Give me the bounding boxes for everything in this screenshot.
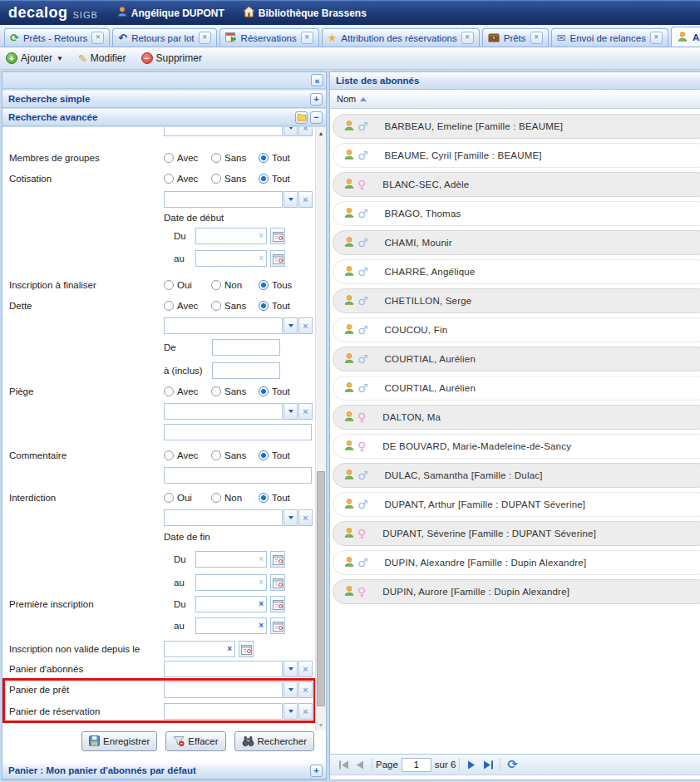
basket-bar[interactable]: Panier : Mon panier d'abonnés par défaut… (2, 762, 326, 780)
combo-clear-button[interactable]: × (298, 317, 313, 334)
amount-input[interactable] (212, 339, 280, 356)
tab-pr-ts[interactable]: Prêts✕ (482, 28, 549, 47)
first-page-button[interactable] (335, 756, 352, 773)
tab-r-servations[interactable]: Réservations✕ (219, 28, 319, 47)
combo-dropdown-button[interactable] (283, 127, 298, 136)
radio-non[interactable]: Non (211, 493, 259, 503)
combo-dropdown-button[interactable] (283, 191, 298, 208)
list-item[interactable]: ♀DE BOUVARD, Marie-Madeleine-de-Sancy (333, 434, 700, 459)
previous-page-button[interactable] (352, 756, 368, 773)
scrollbar-thumb[interactable] (317, 471, 325, 706)
combo-dropdown-button[interactable] (283, 681, 298, 698)
current-library[interactable]: Bibliothèque Brassens (243, 6, 367, 20)
date-input[interactable]: × (195, 596, 267, 612)
tab-abonn-s[interactable]: Abonnés✕ (671, 27, 700, 47)
clear-button[interactable]: Effacer (165, 731, 225, 751)
list-item[interactable]: ♂DUPANT, Arthur [Famille : DUPANT Séveri… (333, 492, 700, 517)
add-button[interactable]: + Ajouter ▼ (6, 52, 63, 64)
radio-avec[interactable]: Avec (164, 153, 211, 163)
list-item[interactable]: ♂COURTIAL, Aurélien (333, 347, 700, 371)
tab-close-button[interactable]: ✕ (650, 32, 663, 44)
collapse-advanced-search-button[interactable]: − (310, 111, 323, 124)
radio-tout[interactable]: Tout (259, 301, 306, 311)
tab-close-button[interactable]: ✕ (199, 32, 211, 44)
radio-sans[interactable]: Sans (211, 386, 259, 396)
combo-clear-button[interactable]: × (298, 703, 313, 720)
radio-sans[interactable]: Sans (211, 450, 259, 460)
combo-input[interactable] (164, 127, 283, 136)
collapse-panel-button[interactable]: « (311, 74, 323, 86)
calendar-button[interactable] (270, 228, 285, 244)
combo-dropdown-button[interactable] (283, 703, 298, 720)
date-input[interactable]: × (195, 574, 267, 591)
column-header-name[interactable]: Nom (330, 90, 700, 109)
date-input[interactable]: × (195, 617, 267, 634)
list-item[interactable]: ♀DUPANT, Séverine [Famille : DUPANT Séve… (333, 521, 700, 546)
current-user[interactable]: Angélique DUPONT (116, 6, 224, 20)
search-button[interactable]: Rechercher (234, 731, 314, 751)
radio-avec[interactable]: Avec (164, 450, 211, 460)
radio-avec[interactable]: Avec (164, 386, 211, 396)
radio-sans[interactable]: Sans (211, 153, 259, 163)
radio-oui[interactable]: Oui (164, 493, 211, 503)
radio-tout[interactable]: Tout (259, 174, 306, 184)
list-item[interactable]: ♀BLANC-SEC, Adèle (333, 172, 700, 197)
list-item[interactable]: ♂CHAMI, Mounir (333, 230, 700, 255)
list-item[interactable]: ♂COURTIAL, Aurélien (333, 376, 700, 401)
clear-icon[interactable]: × (227, 645, 232, 653)
combo-dropdown-button[interactable] (283, 661, 298, 677)
edit-button[interactable]: ✎ Modifier (78, 52, 126, 65)
expand-simple-search-button[interactable]: + (310, 93, 323, 106)
combo-input[interactable] (164, 661, 283, 677)
folder-icon[interactable] (295, 111, 308, 124)
tab-close-button[interactable]: ✕ (91, 32, 104, 44)
clear-icon[interactable]: × (259, 578, 264, 587)
list-item[interactable]: ♀DALTON, Ma (333, 405, 700, 430)
last-page-button[interactable] (480, 756, 496, 773)
tab-close-button[interactable]: ✕ (461, 32, 474, 44)
calendar-button[interactable] (270, 250, 285, 267)
calendar-button[interactable] (270, 574, 285, 591)
text-input[interactable] (164, 467, 312, 484)
radio-tout[interactable]: Tout (259, 386, 306, 396)
radio-tout[interactable]: Tout (259, 153, 306, 163)
date-input[interactable]: × (195, 551, 267, 568)
combo-dropdown-button[interactable] (283, 317, 298, 334)
list-item[interactable]: ♀DUPIN, Aurore [Famille : Dupin Alexandr… (333, 579, 700, 604)
clear-icon[interactable]: × (259, 232, 264, 240)
radio-tout[interactable]: Tout (259, 450, 306, 460)
delete-button[interactable]: − Supprimer (141, 52, 202, 64)
combo-input[interactable] (164, 681, 283, 698)
save-button[interactable]: Enregistrer (81, 731, 157, 751)
tab-close-button[interactable]: ✕ (530, 32, 543, 44)
expand-basket-button[interactable]: + (310, 765, 323, 777)
combo-clear-button[interactable]: × (298, 681, 313, 698)
combo-input[interactable] (164, 509, 283, 526)
combo-input[interactable] (164, 317, 283, 334)
advanced-search-header[interactable]: Recherche avancée − (2, 109, 326, 126)
clear-icon[interactable]: × (259, 600, 264, 608)
amount-input[interactable] (212, 362, 280, 379)
list-item[interactable]: ♂CHETILLON, Serge (333, 288, 700, 313)
combo-clear-button[interactable]: × (298, 661, 313, 677)
list-item[interactable]: ♂DUPIN, Alexandre [Famille : Dupin Alexa… (333, 550, 700, 575)
combo-input[interactable] (164, 703, 283, 720)
refresh-button[interactable]: ⟳ (504, 756, 520, 773)
radio-avec[interactable]: Avec (164, 174, 211, 184)
tab-attribution-des-r-servations[interactable]: ★Attribution des réservations✕ (322, 28, 480, 47)
list-item[interactable]: ♂COUCOU, Fin (333, 317, 700, 342)
calendar-button[interactable] (270, 596, 285, 612)
radio-non[interactable]: Non (211, 280, 259, 290)
clear-icon[interactable]: × (259, 555, 264, 563)
combo-dropdown-button[interactable] (283, 509, 298, 526)
list-item[interactable]: ♂BARBEAU, Emeline [Famille : BEAUME] (333, 114, 700, 139)
date-input[interactable]: × (195, 250, 267, 267)
date-input[interactable]: × (195, 228, 267, 244)
clear-icon[interactable]: × (259, 254, 264, 263)
tab-close-button[interactable]: ✕ (301, 32, 313, 44)
simple-search-header[interactable]: Recherche simple + (2, 91, 326, 108)
list-item[interactable]: ♂CHARRÉ, Angélique (333, 259, 700, 284)
tab-pr-ts-retours[interactable]: ⟳Prêts - Retours✕ (4, 28, 110, 47)
radio-sans[interactable]: Sans (211, 301, 259, 311)
combo-clear-button[interactable]: × (298, 509, 313, 526)
